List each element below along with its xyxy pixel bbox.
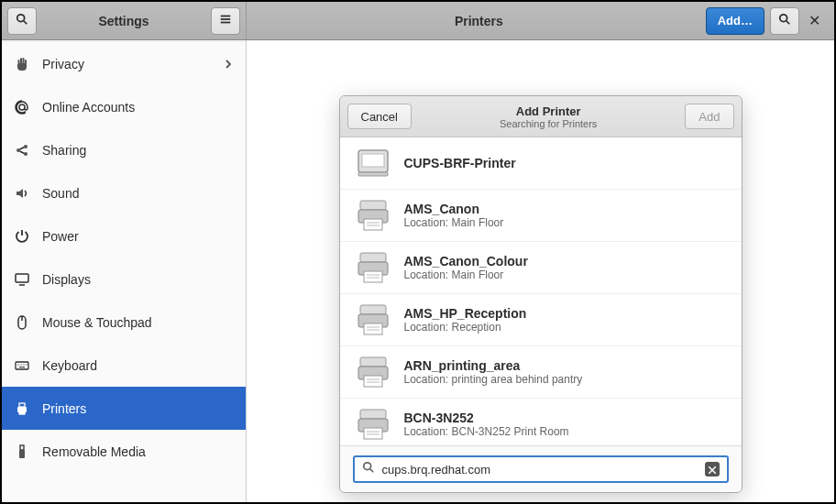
printer-name: CUPS-BRF-Printer: [404, 156, 516, 170]
sidebar-item-label: Displays: [42, 272, 91, 287]
printer-location: Location: Main Floor: [404, 216, 504, 229]
printer-name: BCN-3N252: [404, 411, 569, 425]
sidebar-item-keyboard[interactable]: Keyboard: [2, 344, 246, 387]
add-printer-dialog: Cancel Add Printer Searching for Printer…: [339, 95, 742, 493]
svg-rect-12: [16, 274, 28, 282]
svg-line-1: [24, 20, 28, 24]
sidebar-item-label: Sharing: [42, 143, 86, 158]
sidebar-item-label: Online Accounts: [42, 100, 135, 115]
settings-title: Settings: [42, 14, 205, 28]
printer-location: Location: Reception: [404, 321, 527, 334]
sound-icon: [15, 186, 29, 201]
svg-point-8: [24, 145, 28, 148]
sidebar-item-label: Keyboard: [42, 358, 97, 373]
sidebar-item-label: Power: [42, 229, 79, 244]
svg-rect-26: [19, 450, 25, 458]
mouse-icon: [15, 315, 29, 330]
sidebar-item-label: Removable Media: [42, 444, 146, 459]
svg-rect-24: [19, 411, 25, 414]
close-button[interactable]: ✕: [799, 7, 829, 35]
svg-point-0: [17, 14, 25, 21]
sidebar-item-label: Privacy: [42, 57, 84, 71]
printer-location: Location: printing area behind pantry: [404, 373, 583, 386]
svg-line-56: [369, 469, 373, 473]
cancel-button[interactable]: Cancel: [347, 104, 412, 129]
printer-icon: [355, 356, 391, 389]
svg-rect-50: [360, 410, 386, 419]
menu-button[interactable]: [211, 7, 240, 35]
usb-icon: [15, 444, 29, 459]
sidebar-item-sharing[interactable]: Sharing: [2, 128, 246, 171]
sidebar: PrivacyOnline AccountsSharingSoundPowerD…: [2, 40, 247, 502]
printer-icon: [355, 199, 391, 232]
printer-row[interactable]: AMS_CanonLocation: Main Floor: [340, 190, 742, 242]
printer-name: AMS_Canon: [404, 202, 504, 216]
display-icon: [15, 272, 29, 287]
printer-icon: [355, 147, 391, 180]
search-icon: [778, 13, 791, 29]
svg-rect-45: [360, 357, 386, 367]
svg-point-17: [17, 364, 18, 365]
sidebar-item-label: Sound: [42, 186, 79, 201]
printer-row[interactable]: AMS_HP_ReceptionLocation: Reception: [340, 294, 742, 346]
backspace-icon: [709, 461, 716, 477]
sidebar-item-printers[interactable]: Printers: [2, 387, 246, 430]
svg-rect-42: [364, 323, 382, 334]
add-printer-headerbar-button[interactable]: Add…: [706, 7, 764, 35]
sidebar-item-privacy[interactable]: Privacy: [2, 42, 246, 85]
sidebar-item-label: Printers: [42, 401, 86, 416]
svg-rect-40: [360, 305, 386, 314]
search-icon: [16, 13, 28, 29]
share-icon: [15, 143, 29, 158]
svg-rect-3: [221, 18, 231, 20]
printer-name: AMS_Canon_Colour: [404, 254, 528, 268]
sidebar-item-label: Mouse & Touchpad: [42, 315, 152, 330]
add-button[interactable]: Add: [685, 104, 733, 129]
panel-title: Printers: [252, 14, 706, 28]
search-input[interactable]: [382, 463, 698, 477]
sidebar-item-sound[interactable]: Sound: [2, 171, 246, 214]
sidebar-item-mouse-touchpad[interactable]: Mouse & Touchpad: [2, 301, 246, 344]
search-printers-button[interactable]: [770, 7, 799, 35]
printer-row[interactable]: CUPS-BRF-Printer: [340, 137, 742, 190]
printer-row[interactable]: ARN_printing_areaLocation: printing area…: [340, 346, 742, 399]
svg-rect-4: [221, 21, 231, 23]
chevron-right-icon: [224, 57, 233, 71]
printer-row[interactable]: AMS_Canon_ColourLocation: Main Floor: [340, 242, 742, 294]
sidebar-item-online-accounts[interactable]: Online Accounts: [2, 85, 246, 128]
sidebar-item-removable-media[interactable]: Removable Media: [2, 430, 246, 473]
svg-point-20: [26, 364, 27, 365]
svg-point-5: [780, 14, 787, 21]
search-icon: [362, 461, 375, 477]
printer-row[interactable]: BCN-3N252Location: BCN-3N252 Print Room: [340, 399, 742, 445]
svg-rect-32: [364, 219, 382, 230]
svg-rect-25: [20, 445, 24, 450]
svg-rect-29: [358, 172, 388, 176]
dialog-title: Add Printer: [412, 104, 685, 118]
svg-rect-2: [221, 15, 231, 16]
printer-location: Location: Main Floor: [404, 268, 528, 281]
svg-point-9: [24, 152, 28, 156]
svg-line-6: [786, 20, 790, 24]
close-icon: ✕: [808, 12, 820, 29]
svg-rect-28: [362, 154, 384, 167]
printer-list: CUPS-BRF-PrinterAMS_CanonLocation: Main …: [340, 137, 742, 445]
search-button[interactable]: [7, 7, 37, 35]
dialog-subtitle: Searching for Printers: [412, 118, 685, 129]
printer-icon: [355, 303, 391, 336]
svg-point-19: [23, 364, 24, 365]
svg-rect-23: [19, 403, 25, 407]
svg-rect-30: [360, 201, 386, 210]
at-icon: [15, 100, 29, 115]
svg-line-11: [20, 151, 25, 154]
svg-rect-52: [364, 428, 382, 439]
svg-rect-47: [364, 376, 382, 387]
hamburger-icon: [219, 13, 232, 29]
sidebar-item-power[interactable]: Power: [2, 214, 246, 257]
svg-rect-16: [16, 362, 28, 369]
printer-name: ARN_printing_area: [404, 358, 583, 373]
sidebar-item-displays[interactable]: Displays: [2, 257, 246, 301]
svg-rect-21: [19, 367, 25, 367]
clear-search-button[interactable]: [705, 462, 720, 477]
svg-line-10: [20, 147, 25, 149]
